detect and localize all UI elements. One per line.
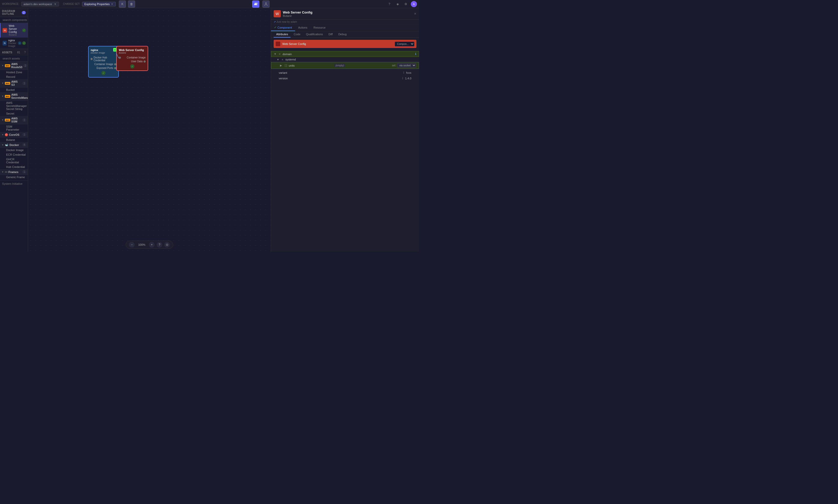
settings-icon[interactable]: ⚙ xyxy=(403,1,409,7)
route53-name: AWS Route53 xyxy=(11,62,22,69)
asset-group-frames[interactable]: ▼ ▭ Frames 1 xyxy=(0,169,28,175)
user-avatar[interactable]: A xyxy=(411,1,417,7)
component-item-webserver[interactable]: W Web Server Config Butane ✓ xyxy=(0,23,28,37)
route53-count: 2 xyxy=(23,64,27,67)
units-expand[interactable]: ▶ xyxy=(280,64,283,67)
panel-subtab-diff[interactable]: Diff xyxy=(326,31,335,37)
frames-count: 1 xyxy=(22,170,26,174)
nginx-port-container-image[interactable] xyxy=(114,63,116,65)
svg-point-0 xyxy=(255,3,256,4)
asset-item-system-initiative[interactable]: System Initiative xyxy=(0,180,28,186)
panel-subtab-attributes[interactable]: Attributes xyxy=(274,31,290,37)
nginx-port-exposed-ports[interactable] xyxy=(114,67,116,69)
workspace-name[interactable]: adam's dev workspace ▼ xyxy=(21,2,59,6)
canvas-fit-button[interactable]: ⊙ xyxy=(164,242,170,248)
canvas-connections xyxy=(28,8,271,252)
component-item-nginx[interactable]: N nginx Docker Image + ✓ xyxy=(0,37,28,49)
diagram-outline-badge: 2 xyxy=(22,11,26,14)
asset-item-sm-secret-string[interactable]: AWS SecretsManager Secret String xyxy=(0,101,28,111)
asset-item-butane[interactable]: Butane xyxy=(0,138,28,142)
sm-chevron: ▼ xyxy=(2,95,4,97)
assets-header: ASSETS 81 ? xyxy=(0,49,28,56)
component-name-nginx: nginx xyxy=(8,39,16,42)
panel-header: W Web Server Config Butane ✕ xyxy=(271,8,419,20)
asset-item-hub-credential[interactable]: Hub Credential xyxy=(0,165,28,169)
topbar-users-icon[interactable] xyxy=(252,1,259,8)
change-set-name[interactable]: Exploring Properties ▼ xyxy=(82,2,116,6)
attr-color-bar: Web Server Config Compon... xyxy=(274,40,416,48)
panel-subtab-debug[interactable]: Debug xyxy=(336,31,349,37)
assets-count: 81 xyxy=(17,51,20,54)
canvas-help-button[interactable]: ? xyxy=(157,242,162,248)
domain-key: domain xyxy=(283,53,414,56)
asset-group-secretsmanager[interactable]: ▼ aws AWS SecretsManager 2 xyxy=(0,92,28,101)
asset-group-s3[interactable]: ▼ aws AWS S3 1 xyxy=(0,79,28,88)
ssm-chevron: ▼ xyxy=(2,119,4,121)
diagram-outline-title: DIAGRAM OUTLINE xyxy=(2,10,22,15)
asset-item-ssm-param[interactable]: SSM Parameter xyxy=(0,124,28,132)
systemd-expand[interactable]: ▼ xyxy=(277,58,280,61)
route53-chevron: ▼ xyxy=(2,64,4,67)
nginx-output-container: Container Image xyxy=(91,62,116,66)
asset-item-docker-image[interactable]: Docker Image xyxy=(0,148,28,152)
panel-subtabs: Attributes Code Qualifications Diff Debu… xyxy=(271,31,419,38)
discord-icon[interactable]: ◈ xyxy=(394,1,400,7)
attr-type-select[interactable]: Compon... xyxy=(395,41,414,47)
attr-row-systemd: ▼ ≡ systemd xyxy=(271,57,419,62)
asset-item-bucket[interactable]: Bucket xyxy=(0,88,28,92)
nginx-check: ✓ xyxy=(101,71,105,75)
webserver-port-container-image[interactable] xyxy=(119,57,121,59)
asset-item-ecr-credential[interactable]: ECR Credential xyxy=(0,152,28,157)
color-swatch xyxy=(276,41,280,46)
webserver-node[interactable]: Web Server Config Butane Container Image… xyxy=(116,46,148,71)
coreos-count: 1 xyxy=(22,133,26,136)
panel-tab-component[interactable]: ✓ Component xyxy=(271,24,295,31)
panel-timestamp: ↗ Just now by adam xyxy=(271,20,419,24)
attr-row-version: version I 1.4.0 xyxy=(271,75,419,81)
panel-subtab-code[interactable]: Code xyxy=(291,31,303,37)
panel-subtab-qualifications[interactable]: Qualifications xyxy=(304,31,325,37)
zoom-in-button[interactable]: + xyxy=(149,242,155,248)
help-icon[interactable]: ? xyxy=(386,1,392,7)
topbar-icon-trash[interactable]: 🗑 xyxy=(128,1,135,8)
coreos-chevron: ▼ xyxy=(2,133,4,136)
panel-close-icon[interactable]: ✕ xyxy=(414,12,416,16)
canvas[interactable]: nginx Docker Image + Docker Hub Credenti… xyxy=(28,8,271,252)
panel-tab-actions[interactable]: Actions xyxy=(295,24,310,31)
s3-name: AWS S3 xyxy=(11,80,21,86)
panel-tab-resource[interactable]: Resource xyxy=(310,24,328,31)
panel-title-sub: Butane xyxy=(283,14,412,17)
asset-item-ghcr-credential[interactable]: GHCR Credential xyxy=(0,157,28,165)
asset-item-record[interactable]: Record xyxy=(0,74,28,79)
component-add-nginx: + xyxy=(18,41,21,45)
coreos-name: CoreOS xyxy=(9,133,21,136)
diagram-outline-header: DIAGRAM OUTLINE 2 xyxy=(0,8,28,17)
assets-help-icon[interactable]: ? xyxy=(24,51,26,54)
asset-item-secret[interactable]: Secret xyxy=(0,111,28,116)
search-components-input[interactable] xyxy=(3,18,28,21)
asset-item-hosted-zone[interactable]: Hosted Zone xyxy=(0,70,28,74)
domain-info-icon[interactable]: ℹ xyxy=(415,52,416,56)
webserver-node-title: Web Server Config xyxy=(119,49,146,52)
canvas-controls: − 100% + ? ⊙ xyxy=(126,241,173,249)
topbar-icon-k[interactable]: K xyxy=(119,1,126,8)
zoom-out-button[interactable]: − xyxy=(129,242,135,248)
right-panel: W Web Server Config Butane ✕ ↗ Just now … xyxy=(271,8,419,252)
asset-group-coreos[interactable]: ▼ C CoreOS 1 xyxy=(0,132,28,138)
units-via-socket-select[interactable]: via socket xyxy=(397,63,416,68)
asset-group-route53[interactable]: ▼ aws AWS Route53 2 xyxy=(0,61,28,70)
variant-value: fcos xyxy=(406,71,411,74)
asset-group-docker[interactable]: ▼ 🐋 Docker 4 xyxy=(0,142,28,148)
nginx-node[interactable]: nginx Docker Image + Docker Hub Credenti… xyxy=(88,46,119,77)
component-status-webserver: ✓ xyxy=(22,29,26,32)
search-assets-input[interactable] xyxy=(3,57,28,60)
topbar-beaker-icon[interactable] xyxy=(262,1,270,8)
asset-item-generic-frame[interactable]: Generic Frame xyxy=(0,175,28,179)
webserver-port-user-data[interactable] xyxy=(143,60,146,62)
ssm-count: 1 xyxy=(22,119,26,122)
panel-tabs: ✓ Component Actions Resource xyxy=(271,24,419,31)
nginx-port-docker-hub[interactable] xyxy=(91,58,92,60)
domain-expand[interactable]: ▼ xyxy=(274,53,277,55)
asset-group-ssm[interactable]: ▼ aws AWS SSM 1 xyxy=(0,116,28,124)
component-icon-webserver: W xyxy=(3,28,7,33)
